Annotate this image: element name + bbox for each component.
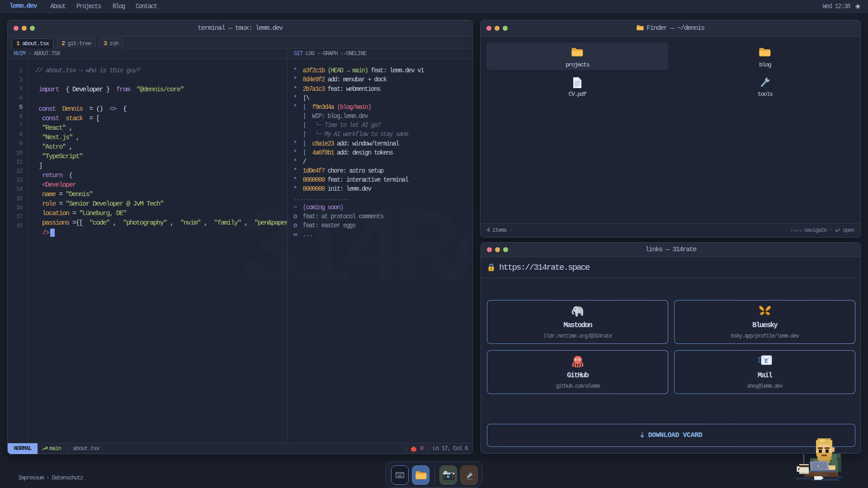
- svg-text:E: E: [764, 358, 768, 364]
